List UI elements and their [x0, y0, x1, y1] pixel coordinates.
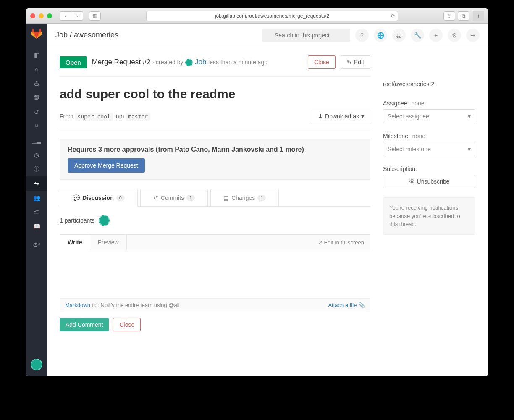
comment-icon: 💬: [73, 194, 80, 201]
minimize-window-icon[interactable]: [39, 13, 44, 18]
download-label: Download as: [325, 113, 359, 120]
new-icon[interactable]: +: [429, 29, 443, 42]
breadcrumb[interactable]: Job / awesomeries: [55, 31, 118, 39]
milestone-section: Milestone: none Select milestone ▾: [383, 133, 475, 156]
participant-avatar-icon[interactable]: [99, 215, 110, 226]
sidebar-branches-icon[interactable]: ⑂: [26, 119, 47, 134]
fullscreen-link[interactable]: ⤢ Edit in fullscreen: [312, 239, 370, 246]
notification-note: You're receiving notifications because y…: [383, 197, 475, 235]
left-column: Open Merge Request #2 · created by Job l…: [60, 55, 370, 331]
sidebar-graphs-icon[interactable]: ▁▃: [26, 134, 47, 148]
share-icon[interactable]: ⇪: [443, 11, 455, 21]
sidebar-files-icon[interactable]: 🗐: [26, 91, 47, 105]
tab-discussion-count: 0: [116, 195, 125, 201]
author-avatar-icon: [185, 59, 193, 66]
approve-button[interactable]: Approve Merge Request: [68, 158, 145, 173]
edit-label: Edit: [354, 59, 364, 66]
gitlab-logo-icon[interactable]: [31, 28, 42, 39]
comment-actions: Add Comment Close: [60, 318, 370, 331]
tab-discussion-label: Discussion: [82, 194, 114, 201]
tab-commits[interactable]: ↺ Commits 1: [140, 189, 208, 206]
sidebar-merge-requests-icon[interactable]: ⇋: [26, 176, 47, 191]
edit-mr-button[interactable]: ✎Edit: [341, 55, 370, 69]
help-icon[interactable]: ?: [355, 29, 369, 42]
sidebar-collapse-icon[interactable]: ◧: [26, 48, 47, 62]
markdown-link[interactable]: Markdown: [65, 302, 90, 308]
topbar: Job / awesomeries ? 🌐 ⿻ 🔧 + ⚙ ↦: [47, 24, 488, 47]
search-input[interactable]: [262, 29, 350, 42]
approval-text: Requires 3 more approvals (from Pato Can…: [68, 146, 362, 153]
admin-icon[interactable]: 🔧: [411, 29, 424, 42]
branch-row: From super-cool into master ⬇ Download a…: [60, 110, 370, 131]
sidebar-dashboard-icon[interactable]: 🕹: [26, 76, 47, 91]
close-comment-button[interactable]: Close: [113, 318, 141, 331]
sidebar-toggle-button[interactable]: ▥: [89, 11, 101, 21]
titlebar-right: ⇪ ⧉: [443, 11, 469, 21]
attach-link[interactable]: Attach a file: [328, 302, 357, 308]
url-bar[interactable]: job.gitlap.com/root/awesomeries/merge_re…: [146, 11, 398, 21]
sidebar-home-icon[interactable]: ⌂: [26, 62, 47, 76]
add-comment-button[interactable]: Add Comment: [60, 318, 109, 331]
settings-icon[interactable]: ⚙: [448, 29, 461, 42]
mr-tabs: 💬 Discussion 0 ↺ Commits 1 ▤ Changes: [60, 189, 370, 207]
comment-tabs: Write Preview ⤢ Edit in fullscreen: [60, 235, 370, 250]
maximize-window-icon[interactable]: [47, 13, 52, 18]
back-button[interactable]: ‹: [60, 11, 71, 21]
write-tab[interactable]: Write: [60, 235, 90, 250]
download-button[interactable]: ⬇ Download as ▾: [312, 110, 370, 123]
explore-icon[interactable]: 🌐: [374, 29, 387, 42]
browser-window: ‹ › ▥ job.gitlap.com/root/awesomeries/me…: [26, 8, 488, 376]
signout-icon[interactable]: ↦: [466, 29, 480, 42]
sidebar-settings-icon[interactable]: ⚙ᵒ: [26, 238, 47, 252]
expand-icon: ⤢: [318, 239, 323, 246]
assignee-select[interactable]: Select assignee ▾: [383, 109, 475, 123]
tab-commits-label: Commits: [161, 194, 184, 201]
mr-header: Open Merge Request #2 · created by Job l…: [60, 55, 370, 77]
author-link[interactable]: Job: [195, 58, 206, 66]
forward-button[interactable]: ›: [71, 11, 83, 21]
participants-row: 1 participants: [60, 215, 370, 226]
reload-icon[interactable]: ⟳: [391, 13, 395, 19]
sidebar-wiki-icon[interactable]: 📖: [26, 219, 47, 234]
mr-id: Merge Request #2: [92, 58, 151, 66]
tab-discussion[interactable]: 💬 Discussion 0: [60, 189, 138, 207]
paperclip-icon: 📎: [358, 302, 365, 308]
new-tab-button[interactable]: +: [473, 10, 484, 21]
mr-reference: root/awesomeries!2: [383, 81, 475, 87]
tabs-icon[interactable]: ⧉: [458, 11, 469, 21]
into-label: into: [115, 113, 124, 120]
sidebar-labels-icon[interactable]: 🏷: [26, 205, 47, 219]
close-mr-button[interactable]: Close: [308, 55, 336, 69]
milestone-label: Milestone:: [383, 133, 410, 139]
unsubscribe-button[interactable]: 👁 Unsubscribe: [383, 175, 475, 188]
sidebar-issues-icon[interactable]: ⓘ: [26, 162, 47, 176]
sidebar-history-icon[interactable]: ↺: [26, 105, 47, 119]
search-wrap: [262, 29, 350, 42]
assignee-label: Assignee:: [383, 100, 409, 107]
mr-header-line: Merge Request #2 · created by Job less t…: [92, 58, 267, 66]
target-branch: master: [126, 113, 150, 121]
user-avatar-icon[interactable]: [31, 359, 42, 370]
tab-changes[interactable]: ▤ Changes 1: [210, 189, 279, 206]
tab-changes-label: Changes: [231, 194, 255, 201]
subscription-label: Subscription:: [383, 165, 475, 172]
subscription-section: Subscription: 👁 Unsubscribe: [383, 165, 475, 188]
chevron-down-icon: ▾: [361, 113, 364, 120]
content: Open Merge Request #2 · created by Job l…: [47, 47, 488, 340]
milestone-value: none: [412, 133, 425, 139]
pencil-icon: ✎: [347, 59, 352, 66]
from-label: From: [60, 113, 73, 120]
history-icon: ↺: [153, 194, 158, 201]
nav-buttons: ‹ ›: [60, 11, 83, 21]
sidebar-milestones-icon[interactable]: ◷: [26, 148, 47, 162]
mr-title: add super cool to the readme: [60, 87, 370, 101]
attach-file[interactable]: Attach a file 📎: [328, 302, 365, 308]
comment-textarea[interactable]: [60, 250, 370, 297]
close-window-icon[interactable]: [30, 13, 35, 18]
copy-icon[interactable]: ⿻: [392, 29, 406, 42]
sidebar-members-icon[interactable]: 👥: [26, 191, 47, 205]
milestone-select[interactable]: Select milestone ▾: [383, 142, 475, 156]
download-icon: ⬇: [318, 113, 323, 120]
assignee-label-row: Assignee: none: [383, 100, 475, 107]
preview-tab[interactable]: Preview: [90, 235, 127, 250]
